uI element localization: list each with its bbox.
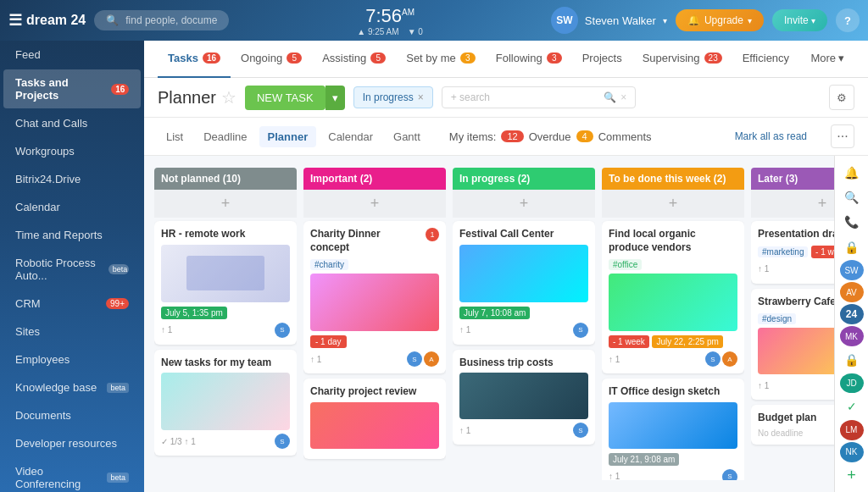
sidebar-item-knowledge[interactable]: Knowledge base beta [3,374,141,401]
search-input[interactable] [451,91,600,103]
new-task-dropdown-button[interactable]: ▾ [326,86,345,110]
add-card-important[interactable]: + [303,190,446,218]
card-presentation[interactable]: Presentation draft #marketing - 1 week ↑… [751,221,834,284]
tab-ongoing[interactable]: Ongoing 5 [231,41,312,78]
card-counter: ↑ 1 [758,264,769,274]
sidebar-item-time[interactable]: Time and Reports [3,222,141,248]
sidebar-item-robotic[interactable]: Robotic Process Auto... beta [3,250,141,289]
card-strawberry[interactable]: Strawberry Cafe design #design ↑ 1 S [751,289,834,401]
phone-button[interactable]: 📞 [838,211,865,234]
mark-all-read-button[interactable]: Mark all as read [735,130,807,142]
invite-button[interactable]: Invite ▾ [772,9,827,31]
card-budget-plan[interactable]: Budget plan No deadline [751,405,834,445]
card-festival[interactable]: Festival Call Center July 7, 10:08 am ↑ … [453,221,595,345]
user-avatar-1[interactable]: SW [840,260,864,280]
sidebar-item-chat[interactable]: Chat and Calls [3,110,141,136]
sidebar-item-tasks[interactable]: Tasks and Projects 16 [3,69,141,108]
toolbar: Planner ☆ NEW TASK ▾ In progress × 🔍 × [144,78,868,118]
sidebar-item-video[interactable]: Video Conferencing beta [3,458,141,492]
column-header-later: Later (3) [751,168,834,190]
user-name: Steven Walker [585,14,656,27]
card-image [459,373,588,419]
card-counter: ↑ 1 [609,355,620,364]
card-date: July 21, 9:08 am [609,453,679,466]
upgrade-button[interactable]: 🔔 Upgrade ▾ [676,9,764,31]
tab-set-by-me[interactable]: Set by me 3 [396,41,486,78]
sidebar-item-drive[interactable]: Bitrix24.Drive [3,166,141,192]
global-search[interactable]: 🔍 [94,10,229,30]
tab-efficiency[interactable]: Efficiency [732,41,799,78]
help-button[interactable]: ? [836,8,860,32]
view-calendar[interactable]: Calendar [320,126,381,147]
avatar: S [407,351,422,367]
user-profile[interactable]: SW Steven Walker ▾ [551,7,667,34]
add-card-not-planned[interactable]: + [154,190,297,218]
avatar: S [275,434,290,449]
sidebar-item-employees[interactable]: Employees [3,346,141,373]
filter-tag-in-progress[interactable]: In progress × [353,86,433,108]
sidebar-item-feed[interactable]: Feed [3,41,141,68]
tab-projects[interactable]: Projects [572,41,632,78]
tab-assisting[interactable]: Assisting 5 [312,41,396,78]
card-hr-remote[interactable]: HR - remote work July 5, 1:35 pm ↑ 1 [154,221,297,345]
right-sidebar: 🔔 🔍 📞 🔒 SW AV 24 MK [834,156,868,492]
add-card-to-be-done[interactable]: + [602,190,744,218]
notifications-button[interactable]: 🔔 [838,161,865,184]
app-logo[interactable]: ☰ dream 24 [8,11,86,30]
view-gantt[interactable]: Gantt [385,126,429,147]
lock-button[interactable]: 🔒 [838,235,865,258]
new-task-button[interactable]: NEW TASK [245,86,326,110]
card-avatars: S A [705,351,737,367]
favorite-icon[interactable]: ☆ [221,87,236,108]
plus-icon: + [847,467,856,484]
card-counter: ↑ 1 [161,325,172,334]
user-avatar-6[interactable]: NK [840,442,864,462]
view-planner[interactable]: Planner [259,126,317,147]
add-button[interactable]: + [838,464,865,487]
hamburger-icon[interactable]: ☰ [8,11,22,30]
avatar: S [573,423,588,438]
card-organic-vendors[interactable]: Find local organic produce vendors #offi… [602,221,744,373]
sidebar-item-developer[interactable]: Developer resources [3,430,141,456]
tab-following[interactable]: Following 3 [486,41,572,78]
bitrix-icon[interactable]: 24 [840,304,864,324]
card-new-tasks[interactable]: New tasks for my team ✓ 1/3 ↑ 1 S [154,350,297,456]
avatar: S [275,323,290,338]
tab-more[interactable]: More ▾ [800,41,854,78]
column-to-be-done: To be done this week (2) + Find local or… [602,168,744,480]
sidebar-item-documents[interactable]: Documents [3,402,141,428]
search-button[interactable]: 🔍 [838,185,865,208]
user-avatar-2[interactable]: AV [840,282,864,302]
user-avatar-4[interactable]: JD [840,373,864,394]
close-icon[interactable]: × [418,91,424,103]
sidebar-item-crm[interactable]: CRM 99+ [3,290,141,317]
view-deadline[interactable]: Deadline [195,126,255,147]
green-icon[interactable]: ✓ [838,395,865,417]
settings-button[interactable]: ⚙ [829,85,854,110]
search-icon: 🔍 [604,91,616,103]
card-charity-review[interactable]: Charity project review [303,379,446,459]
sidebar-item-calendar[interactable]: Calendar [3,194,141,220]
user-avatar-5[interactable]: LM [840,420,864,440]
phone-icon: 📞 [844,215,859,229]
tab-tasks[interactable]: Tasks 16 [158,41,231,78]
lock-button-2[interactable]: 🔒 [838,348,865,371]
add-card-later[interactable]: + [751,190,834,218]
more-options-button[interactable]: ··· [831,124,854,148]
user-avatar-3[interactable]: MK [840,326,864,346]
add-card-in-progress[interactable]: + [453,190,595,218]
tab-supervising[interactable]: Supervising 23 [632,41,732,78]
week-badge: - 1 week [609,335,649,348]
search-input[interactable] [125,14,217,26]
sidebar-item-workgroups[interactable]: Workgroups [3,138,141,164]
avatar: SW [551,7,578,34]
card-it-office[interactable]: IT Office design sketch July 21, 9:08 am… [602,379,744,480]
card-charity-dinner[interactable]: Charity Dinner concept 1 #charity - 1 da… [303,221,446,373]
card-business-trip[interactable]: Business trip costs ↑ 1 S [453,350,595,445]
chevron-down-icon: ▾ [811,16,815,25]
avatar: A [722,351,737,367]
sidebar-item-sites[interactable]: Sites [3,318,141,345]
view-list[interactable]: List [158,126,192,147]
close-icon[interactable]: × [620,91,626,103]
task-search[interactable]: 🔍 × [442,86,637,108]
